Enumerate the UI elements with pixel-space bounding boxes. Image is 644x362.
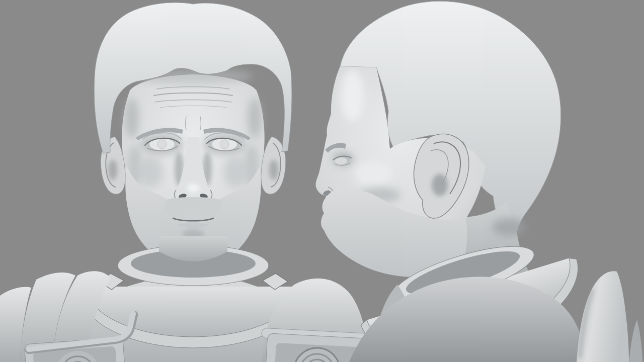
left-eye — [141, 133, 183, 154]
sculpt-viewport: Monochrome digital clay sculpt of a bear… — [0, 0, 644, 362]
render-canvas: Monochrome digital clay sculpt of a bear… — [0, 0, 644, 362]
right-eye — [203, 133, 246, 154]
